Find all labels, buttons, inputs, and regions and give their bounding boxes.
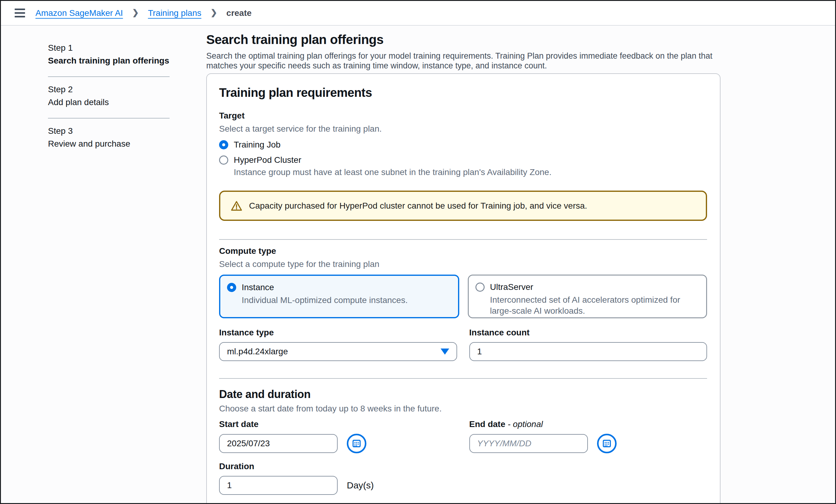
optional-indicator: - optional bbox=[508, 420, 543, 429]
dropdown-caret-icon bbox=[441, 349, 449, 355]
radio-button-selected[interactable] bbox=[227, 283, 236, 292]
hyperpod-option-description: Instance group must have at least one su… bbox=[234, 167, 692, 178]
step-number: Step 2 bbox=[48, 84, 170, 95]
radio-label: Training Job bbox=[234, 140, 281, 150]
target-option-training-job[interactable]: Training Job bbox=[219, 140, 707, 150]
step-title: Review and purchase bbox=[48, 139, 170, 149]
duration-unit-label: Day(s) bbox=[347, 480, 374, 490]
breadcrumb: Amazon SageMaker AI ❯ Training plans ❯ c… bbox=[35, 8, 251, 18]
warning-text: Capacity purchased for HyperPod cluster … bbox=[249, 201, 587, 211]
top-navigation-bar: Amazon SageMaker AI ❯ Training plans ❯ c… bbox=[1, 1, 835, 26]
step-number: Step 1 bbox=[48, 43, 170, 53]
wizard-step-2[interactable]: Step 2 Add plan details bbox=[48, 84, 170, 108]
tile-description: Interconnected set of AI accelerators op… bbox=[490, 294, 692, 316]
target-description: Select a target service for the training… bbox=[219, 123, 707, 134]
tile-label: UltraServer bbox=[490, 282, 692, 292]
sagemaker-create-training-plan-page: Amazon SageMaker AI ❯ Training plans ❯ c… bbox=[0, 0, 836, 504]
radio-button-selected[interactable] bbox=[219, 140, 228, 149]
hamburger-menu-icon[interactable] bbox=[15, 8, 25, 17]
tile-label: Instance bbox=[242, 283, 407, 292]
step-divider bbox=[48, 118, 170, 118]
target-label: Target bbox=[219, 111, 707, 121]
duration-label: Duration bbox=[219, 461, 707, 472]
instance-type-label: Instance type bbox=[219, 327, 457, 338]
compute-type-tiles: Instance Individual ML-optimized compute… bbox=[219, 275, 707, 318]
section-divider bbox=[219, 239, 707, 240]
date-duration-title: Date and duration bbox=[219, 388, 707, 401]
end-date-label: End date - optional bbox=[469, 419, 707, 429]
instance-type-select[interactable]: ml.p4d.24xlarge bbox=[219, 342, 457, 361]
calendar-icon bbox=[352, 439, 361, 448]
breadcrumb-link-training-plans[interactable]: Training plans bbox=[148, 8, 201, 18]
breadcrumb-link-sagemaker[interactable]: Amazon SageMaker AI bbox=[35, 8, 123, 18]
training-plan-requirements-card: Training plan requirements Target Select… bbox=[206, 73, 721, 504]
target-option-hyperpod-cluster[interactable]: HyperPod Cluster bbox=[219, 155, 707, 165]
warning-alert: Capacity purchased for HyperPod cluster … bbox=[219, 191, 707, 221]
duration-input[interactable] bbox=[219, 476, 338, 495]
breadcrumb-chevron-icon: ❯ bbox=[211, 8, 217, 17]
page-description: Search the optimal training plan offerin… bbox=[206, 51, 717, 71]
step-title: Search training plan offerings bbox=[48, 56, 170, 66]
instance-count-input[interactable] bbox=[469, 342, 707, 361]
breadcrumb-chevron-icon: ❯ bbox=[132, 8, 139, 17]
compute-type-description: Select a compute type for the training p… bbox=[219, 259, 707, 270]
radio-button-unselected[interactable] bbox=[475, 283, 484, 292]
start-date-input[interactable] bbox=[219, 434, 338, 453]
warning-icon bbox=[231, 200, 242, 211]
step-title: Add plan details bbox=[48, 97, 170, 108]
radio-label: HyperPod Cluster bbox=[234, 155, 301, 165]
compute-tile-ultraserver[interactable]: UltraServer Interconnected set of AI acc… bbox=[468, 275, 707, 318]
page-header: Search training plan offerings Search th… bbox=[206, 32, 720, 71]
compute-type-label: Compute type bbox=[219, 246, 707, 256]
end-date-input[interactable] bbox=[469, 434, 588, 453]
tile-description: Individual ML-optimized compute instance… bbox=[242, 295, 407, 306]
breadcrumb-current-create: create bbox=[226, 8, 252, 18]
wizard-step-1[interactable]: Step 1 Search training plan offerings bbox=[48, 43, 170, 66]
section-divider bbox=[219, 378, 707, 379]
instance-count-label: Instance count bbox=[469, 327, 707, 338]
start-date-calendar-button[interactable] bbox=[347, 434, 366, 453]
date-row: Start date bbox=[219, 419, 707, 453]
page-title: Search training plan offerings bbox=[206, 32, 720, 47]
card-title: Training plan requirements bbox=[219, 85, 707, 100]
instance-fields-row: Instance type ml.p4d.24xlarge Instance c… bbox=[219, 327, 707, 361]
duration-field: Duration Day(s) bbox=[219, 461, 707, 495]
wizard-steps-nav: Step 1 Search training plan offerings St… bbox=[48, 43, 170, 149]
radio-button-unselected[interactable] bbox=[219, 155, 228, 164]
calendar-icon bbox=[602, 439, 612, 448]
instance-type-selected-value: ml.p4d.24xlarge bbox=[227, 347, 288, 356]
start-date-label: Start date bbox=[219, 419, 457, 429]
end-date-calendar-button[interactable] bbox=[597, 434, 616, 453]
step-number: Step 3 bbox=[48, 126, 170, 136]
step-divider bbox=[48, 76, 170, 77]
compute-tile-instance[interactable]: Instance Individual ML-optimized compute… bbox=[219, 275, 459, 318]
date-duration-description: Choose a start date from today up to 8 w… bbox=[219, 403, 707, 414]
wizard-step-3[interactable]: Step 3 Review and purchase bbox=[48, 126, 170, 149]
